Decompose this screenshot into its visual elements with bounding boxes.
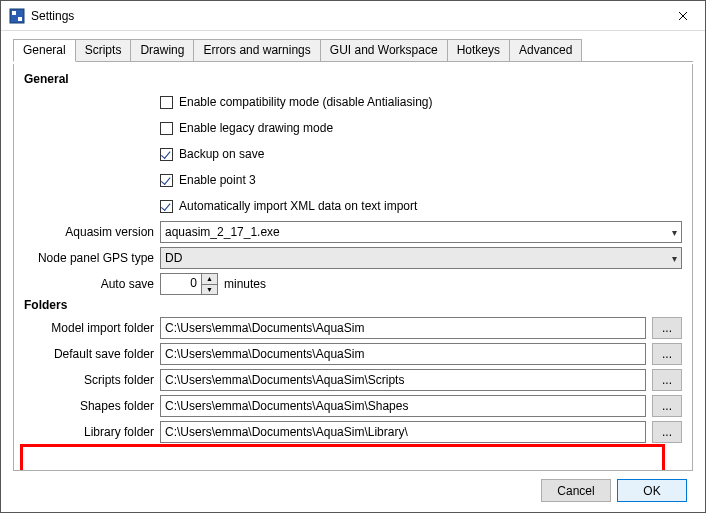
aquasim-label: Aquasim version [24,225,160,239]
section-folders: Folders [24,298,682,312]
aquasim-value: aquasim_2_17_1.exe [165,225,280,239]
legacy-label: Enable legacy drawing mode [179,121,333,135]
save-folder-field[interactable] [160,343,646,365]
shapes-folder-browse-button[interactable]: ... [652,395,682,417]
tab-errors[interactable]: Errors and warnings [193,39,320,61]
autosave-label: Auto save [24,277,160,291]
save-folder-browse-button[interactable]: ... [652,343,682,365]
library-folder-browse-button[interactable]: ... [652,421,682,443]
chevron-down-icon: ▾ [672,227,677,238]
spin-up-icon[interactable]: ▲ [202,274,217,285]
settings-window: Settings General Scripts Drawing Errors … [0,0,706,513]
model-folder-browse-button[interactable]: ... [652,317,682,339]
tab-advanced[interactable]: Advanced [509,39,582,61]
svg-rect-2 [18,17,22,21]
model-folder-field[interactable] [160,317,646,339]
chevron-down-icon: ▾ [672,253,677,264]
gps-value: DD [165,251,182,265]
client-area: General Scripts Drawing Errors and warni… [1,31,705,512]
library-folder-field[interactable] [160,421,646,443]
window-title: Settings [31,9,660,23]
gps-label: Node panel GPS type [24,251,160,265]
tab-drawing[interactable]: Drawing [130,39,194,61]
autosave-stepper[interactable]: 0 ▲ ▼ [160,273,218,295]
library-folder-label: Library folder [24,425,160,439]
section-general: General [24,72,682,86]
tab-hotkeys[interactable]: Hotkeys [447,39,510,61]
highlight-annotation [20,444,665,471]
spin-down-icon[interactable]: ▼ [202,285,217,295]
dialog-footer: Cancel OK [13,471,693,502]
autoxml-label: Automatically import XML data on text im… [179,199,417,213]
shapes-folder-field[interactable] [160,395,646,417]
app-icon [9,8,25,24]
shapes-folder-label: Shapes folder [24,399,160,413]
compat-label: Enable compatibility mode (disable Antia… [179,95,432,109]
autosave-value: 0 [161,274,201,294]
scripts-folder-field[interactable] [160,369,646,391]
model-folder-label: Model import folder [24,321,160,335]
tab-gui[interactable]: GUI and Workspace [320,39,448,61]
scripts-folder-label: Scripts folder [24,373,160,387]
tab-scripts[interactable]: Scripts [75,39,132,61]
scripts-folder-browse-button[interactable]: ... [652,369,682,391]
compat-checkbox[interactable] [160,96,173,109]
backup-checkbox[interactable] [160,148,173,161]
save-folder-label: Default save folder [24,347,160,361]
aquasim-select[interactable]: aquasim_2_17_1.exe ▾ [160,221,682,243]
legacy-checkbox[interactable] [160,122,173,135]
gps-select[interactable]: DD ▾ [160,247,682,269]
tab-general[interactable]: General [13,39,76,62]
general-panel: General Enable compatibility mode (disab… [13,64,693,471]
autosave-unit: minutes [224,277,266,291]
backup-label: Backup on save [179,147,264,161]
autoxml-checkbox[interactable] [160,200,173,213]
close-button[interactable] [660,1,705,31]
point3-checkbox[interactable] [160,174,173,187]
ok-button[interactable]: OK [617,479,687,502]
titlebar: Settings [1,1,705,31]
tab-bar: General Scripts Drawing Errors and warni… [13,39,693,62]
point3-label: Enable point 3 [179,173,256,187]
cancel-button[interactable]: Cancel [541,479,611,502]
svg-rect-1 [12,11,16,15]
